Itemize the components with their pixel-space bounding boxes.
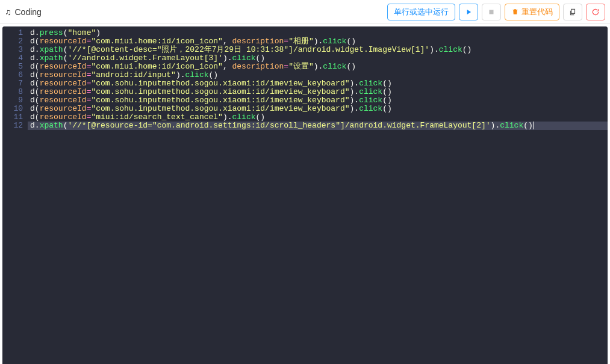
stop-icon bbox=[487, 8, 496, 16]
run-button[interactable]: 单行或选中运行 bbox=[387, 4, 455, 20]
run-button-label: 单行或选中运行 bbox=[394, 7, 449, 17]
code-line[interactable]: d(resourceId="com.sohu.inputmethod.sogou… bbox=[28, 96, 608, 105]
line-number: 7 bbox=[5, 79, 23, 88]
line-number: 4 bbox=[5, 54, 23, 63]
code-line[interactable]: d(resourceId="com.sohu.inputmethod.sogou… bbox=[28, 79, 608, 88]
line-number: 11 bbox=[5, 113, 23, 122]
code-line[interactable]: d.xpath('//*[@content-desc="照片，2022年7月29… bbox=[28, 46, 608, 54]
code-line[interactable]: d(resourceId="com.sohu.inputmethod.sogou… bbox=[28, 105, 608, 113]
code-line[interactable]: d.xpath('//android.widget.FrameLayout[3]… bbox=[28, 54, 608, 63]
play-button[interactable] bbox=[459, 4, 478, 20]
line-number: 3 bbox=[5, 46, 23, 54]
code-line[interactable]: d(resourceId="android:id/input").click() bbox=[28, 71, 608, 79]
line-number-gutter: 123456789101112 bbox=[2, 26, 28, 364]
code-line[interactable]: d.press("home") bbox=[28, 29, 608, 37]
refresh-button[interactable] bbox=[586, 4, 605, 20]
line-number: 12 bbox=[5, 122, 23, 130]
copy-icon bbox=[568, 8, 577, 16]
line-number: 1 bbox=[5, 29, 23, 37]
cursor bbox=[533, 122, 534, 129]
refresh-icon bbox=[591, 8, 600, 16]
code-line[interactable]: d.xpath('//*[@resource-id="com.android.s… bbox=[28, 122, 608, 130]
copy-button[interactable] bbox=[563, 4, 582, 20]
svg-rect-0 bbox=[490, 10, 494, 14]
line-number: 9 bbox=[5, 96, 23, 105]
line-number: 8 bbox=[5, 88, 23, 96]
stop-button[interactable] bbox=[482, 4, 501, 20]
toolbar: ♫ Coding 单行或选中运行 重置代码 bbox=[0, 0, 610, 24]
code-line[interactable]: d(resourceId="com.miui.home:id/icon_icon… bbox=[28, 63, 608, 71]
code-line[interactable]: d(resourceId="miui:id/search_text_cancel… bbox=[28, 113, 608, 122]
code-line[interactable]: d(resourceId="com.miui.home:id/icon_icon… bbox=[28, 37, 608, 46]
code-area[interactable]: d.press("home")d(resourceId="com.miui.ho… bbox=[28, 26, 608, 364]
line-number: 6 bbox=[5, 71, 23, 79]
code-editor[interactable]: 123456789101112 d.press("home")d(resourc… bbox=[2, 26, 608, 364]
code-line[interactable]: d(resourceId="com.sohu.inputmethod.sogou… bbox=[28, 88, 608, 96]
title-area: ♫ Coding bbox=[5, 7, 42, 17]
line-number: 5 bbox=[5, 63, 23, 71]
trash-icon bbox=[511, 8, 519, 16]
line-number: 2 bbox=[5, 37, 23, 46]
line-number: 10 bbox=[5, 105, 23, 113]
page-title: Coding bbox=[15, 7, 42, 17]
reset-code-button[interactable]: 重置代码 bbox=[505, 4, 559, 20]
reset-button-label: 重置代码 bbox=[521, 7, 553, 17]
play-icon bbox=[464, 8, 473, 16]
music-icon: ♫ bbox=[5, 7, 11, 17]
toolbar-actions: 单行或选中运行 重置代码 bbox=[387, 4, 605, 20]
